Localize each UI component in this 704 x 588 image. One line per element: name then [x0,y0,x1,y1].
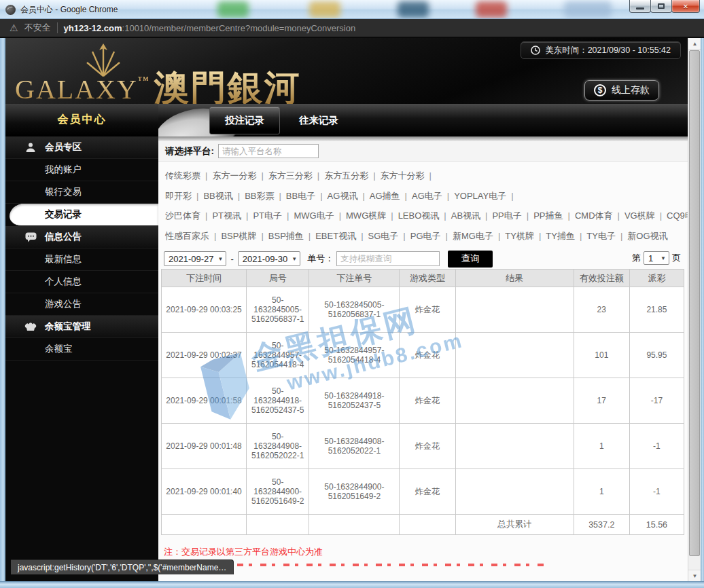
platform-link-AG电子[interactable]: AG电子 [412,191,442,201]
platform-link-TY捕鱼[interactable]: TY捕鱼 [546,231,575,241]
platform-link-AG捕鱼[interactable]: AG捕鱼 [370,191,400,201]
platform-link-东方十分彩[interactable]: 东方十分彩 [381,170,425,181]
platform-search-input[interactable] [218,144,319,158]
address-bar[interactable]: ⚠ 不安全 yh123-12.com:10010/member/memberCe… [0,19,704,38]
page-number-value: 1 [648,253,653,263]
platform-link-东方五分彩[interactable]: 东方五分彩 [324,170,368,181]
platform-link-TY棋牌[interactable]: TY棋牌 [505,231,534,241]
platform-separator: | [361,231,363,241]
sidebar-item-余额宝[interactable]: 余额宝 [5,338,158,361]
cell-bet_no: 50-1632844918-5162052437-5 [309,378,400,424]
sidebar-item-个人信息[interactable]: 个人信息 [5,271,158,293]
table-header-row: 下注时间局号下注单号游戏类型结果有效投注额派彩 [162,270,684,287]
platform-separator: | [238,191,240,201]
chat-icon [24,232,37,242]
platform-link-BB彩票[interactable]: BB彩票 [245,191,274,201]
online-deposit-button[interactable]: $ 线上存款 [584,80,659,100]
url-text[interactable]: yh123-12.com:10010/member/memberCentre?m… [64,23,356,33]
platform-link-BB视讯[interactable]: BB视讯 [203,191,232,201]
platform-link-PT电子[interactable]: PT电子 [253,210,282,221]
platform-separator: | [618,210,620,221]
cell-valid_bet: 23 [574,287,629,333]
cell-result [455,469,574,515]
platform-link-VG棋牌[interactable]: VG棋牌 [624,210,655,221]
sidebar-item-交易记录[interactable]: 交易记录 [10,204,158,226]
cell-time: 2021-09-29 00:01:40 [162,469,247,515]
warning-icon[interactable]: ⚠ [10,23,18,33]
platform-link-东方三分彩[interactable]: 东方三分彩 [268,170,313,181]
platform-separator: | [205,170,207,181]
platform-link-EBET视讯[interactable]: EBET视讯 [315,231,356,241]
cell-result [455,333,574,378]
close-button[interactable]: ✕ [671,0,700,13]
platform-link-AG视讯[interactable]: AG视讯 [328,191,358,201]
platform-link-东方一分彩[interactable]: 东方一分彩 [212,170,256,181]
sidebar-section-会员专区[interactable]: 会员专区 [5,136,158,159]
scroll-down-arrow-icon[interactable]: ▼ [688,570,701,581]
sidebar-item-银行交易[interactable]: 银行交易 [5,181,158,204]
platform-link-BB电子[interactable]: BB电子 [286,191,315,201]
platform-link-YOPLAY电子[interactable]: YOPLAY电子 [454,191,506,201]
platform-link-MWG电子[interactable]: MWG电子 [294,210,334,221]
platform-picker-row: 请选择平台: [158,141,688,162]
cell-time: 2021-09-29 00:03:25 [162,287,247,333]
time-text: 美东时间：2021/09/30 - 10:55:42 [545,45,671,56]
platform-link-SG电子[interactable]: SG电子 [368,231,399,241]
maximize-button[interactable] [650,0,672,13]
platform-link-LEBO视讯[interactable]: LEBO视讯 [398,210,440,221]
platform-link-即开彩[interactable]: 即开彩 [165,191,192,201]
platform-link-TY电子[interactable]: TY电子 [586,231,616,241]
platform-separator: | [287,210,289,221]
search-button[interactable]: 查询 [448,251,493,268]
page-number-select[interactable]: 1 ▼ [644,251,669,265]
platform-link-沙巴体育[interactable]: 沙巴体育 [165,210,200,221]
table-total-row: 总共累计3537.215.56 [162,515,684,535]
platform-link-PT视讯[interactable]: PT视讯 [212,210,241,221]
url-host: yh123-12.com [64,23,122,33]
sidebar-section-信息公告[interactable]: 信息公告 [5,226,158,249]
platform-link-CQ9电子[interactable]: CQ9电子 [667,210,688,221]
date-to-select[interactable]: 2021-09-30 ▼ [238,251,300,266]
vertical-scrollbar[interactable]: ▲ ▼ [688,38,701,581]
brand-tm: TM [138,75,150,82]
platform-link-PP电子[interactable]: PP电子 [492,210,521,221]
sidebar-section-余额宝管理[interactable]: 余额宝管理 [5,316,158,338]
platform-link-AB视讯[interactable]: AB视讯 [451,210,480,221]
brand-chinese-name: 澳門銀河 [154,71,300,106]
platform-picker-label: 请选择平台: [165,145,214,158]
clock-icon [531,45,540,55]
platform-link-MWG棋牌[interactable]: MWG棋牌 [346,210,386,221]
platform-link-传统彩票[interactable]: 传统彩票 [165,170,200,181]
tab-active[interactable]: 投注记录 [209,107,280,134]
scroll-up-arrow-icon[interactable]: ▲ [688,38,701,50]
sidebar-item-我的账户[interactable]: 我的账户 [5,159,158,181]
galaxy-emblem-icon [84,42,122,77]
platform-link-新OG视讯[interactable]: 新OG视讯 [627,231,667,241]
platform-link-新MG电子[interactable]: 新MG电子 [453,231,493,241]
table-row: 2021-09-29 00:03:2550-1632845005-5162056… [162,287,684,333]
total-payout: 15.56 [629,515,684,535]
not-secure-label[interactable]: 不安全 [24,22,51,34]
scrollbar-thumb[interactable] [689,50,700,556]
platform-link-PG电子[interactable]: PG电子 [410,231,441,241]
sidebar-item-游戏公告[interactable]: 游戏公告 [5,293,158,316]
date-from-select[interactable]: 2021-09-27 ▼ [164,251,226,266]
platform-link-CMD体育[interactable]: CMD体育 [575,210,613,221]
platform-link-BSP捕鱼[interactable]: BSP捕鱼 [268,231,304,241]
cell-game: 炸金花 [400,287,455,333]
window-border-bottom [0,581,704,588]
platform-separator: | [261,170,263,181]
platform-link-PP捕鱼[interactable]: PP捕鱼 [533,210,563,221]
cell-bet_no: 50-1632844908-5162052022-1 [309,424,400,469]
sidebar-item-最新信息[interactable]: 最新信息 [5,249,158,271]
record-tabs: 投注记录往来记录 [209,104,353,136]
window-title: 会员中心 - Google Chrome [20,4,118,16]
page-prefix: 第 [632,252,641,264]
order-number-label: 单号： [307,253,334,265]
minimize-button[interactable] [629,0,651,13]
platform-link-BSP棋牌[interactable]: BSP棋牌 [221,231,256,241]
platform-link-性感百家乐[interactable]: 性感百家乐 [165,231,209,241]
tab-inactive[interactable]: 往来记录 [284,107,353,134]
order-number-input[interactable] [336,251,440,266]
cell-payout: -1 [629,469,684,515]
